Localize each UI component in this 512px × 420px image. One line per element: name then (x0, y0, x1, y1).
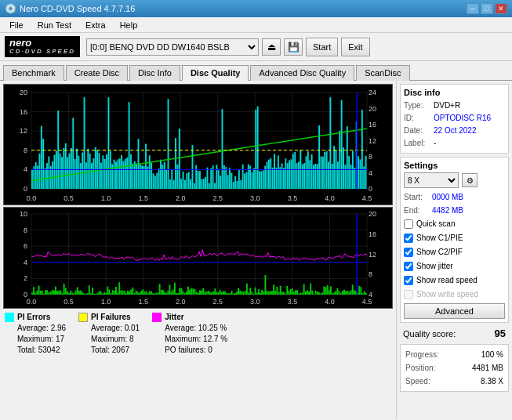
tab-advanced-disc-quality[interactable]: Advanced Disc Quality (250, 65, 354, 81)
maximize-button[interactable]: □ (481, 3, 493, 14)
show-c2pif-label: Show C2/PIF (416, 245, 463, 259)
quick-scan-row: Quick scan (404, 217, 505, 231)
quality-score-row: Quality score: 95 (400, 326, 509, 341)
tab-disc-info[interactable]: Disc Info (129, 65, 180, 81)
top-chart (3, 84, 393, 205)
eject-icon[interactable]: ⏏ (262, 38, 281, 56)
show-jitter-checkbox[interactable] (404, 262, 413, 271)
settings-section: Settings 8 X ⚙ Start: 0000 MB End: 4482 … (400, 157, 509, 323)
show-c1pie-row: Show C1/PIE (404, 231, 505, 245)
pi-failures-total-label: Total: (91, 346, 110, 354)
show-c1pie-checkbox[interactable] (404, 234, 413, 243)
pi-errors-total-label: Total: (17, 346, 36, 354)
disc-date-label: Date: (404, 125, 434, 137)
legend-pi-errors: PI Errors Average: 2.96 Maximum: 17 Tota… (5, 312, 66, 356)
pi-failures-avg-label: Average: (91, 324, 122, 332)
menu-file[interactable]: File (3, 19, 30, 31)
side-panel: Disc info Type: DVD+R ID: OPTODISC R16 D… (396, 81, 512, 419)
title-bar: 💿 Nero CD-DVD Speed 4.7.7.16 ─ □ ✕ (0, 0, 512, 17)
menu-run-test[interactable]: Run Test (31, 19, 78, 31)
save-icon[interactable]: 💾 (284, 38, 303, 56)
show-write-speed-checkbox[interactable] (404, 290, 413, 299)
disc-info-title: Disc info (404, 88, 505, 97)
minimize-button[interactable]: ─ (467, 3, 479, 14)
disc-label-row: Label: - (404, 137, 505, 150)
app-icon: 💿 (5, 3, 16, 14)
chart-legend: PI Errors Average: 2.96 Maximum: 17 Tota… (3, 309, 393, 359)
show-read-speed-row: Show read speed (404, 273, 505, 288)
menu-extra[interactable]: Extra (79, 19, 112, 31)
pi-errors-stats: PI Errors Average: 2.96 Maximum: 17 Tota… (17, 312, 66, 356)
bottom-chart (3, 207, 393, 309)
quality-score-value: 95 (495, 328, 506, 339)
disc-label-value: - (434, 137, 436, 150)
start-button[interactable]: Start (306, 38, 338, 56)
jitter-avg-val: 10.25 % (198, 324, 227, 332)
window-title: Nero CD-DVD Speed 4.7.7.16 (20, 4, 135, 13)
disc-type-value: DVD+R (434, 100, 460, 112)
disc-type-row: Type: DVD+R (404, 100, 505, 112)
speed-select[interactable]: 8 X (404, 172, 459, 188)
drive-select[interactable]: [0:0] BENQ DVD DD DW1640 BSLB (86, 38, 259, 56)
jitter-avg-label: Average: (165, 324, 196, 332)
position-row: Position: 4481 MB (404, 361, 505, 375)
end-mb-value: 4482 MB (432, 204, 463, 217)
show-c2pif-row: Show C2/PIF (404, 245, 505, 259)
show-read-speed-label: Show read speed (416, 273, 478, 288)
progress-label: Progress: (405, 348, 439, 361)
main-content: PI Errors Average: 2.96 Maximum: 17 Tota… (0, 81, 512, 419)
tab-bar: Benchmark Create Disc Disc Info Disc Qua… (0, 61, 512, 81)
tab-disc-quality[interactable]: Disc Quality (182, 65, 249, 81)
advanced-button[interactable]: Advanced (404, 303, 505, 319)
pi-failures-max-label: Maximum: (91, 335, 127, 343)
show-jitter-label: Show jitter (416, 259, 453, 273)
legend-jitter: Jitter Average: 10.25 % Maximum: 12.7 % … (152, 312, 227, 356)
jitter-po-val: 0 (208, 346, 212, 354)
menu-help[interactable]: Help (114, 19, 144, 31)
start-mb-value: 0000 MB (432, 190, 463, 204)
jitter-po-label: PO failures: (165, 346, 205, 354)
title-bar-controls[interactable]: ─ □ ✕ (467, 3, 507, 14)
pi-errors-max-label: Maximum: (17, 335, 53, 343)
quick-scan-checkbox[interactable] (404, 219, 413, 229)
pi-errors-max-val: 17 (56, 335, 64, 343)
start-mb-row: Start: 0000 MB (404, 190, 505, 204)
jitter-max-label: Maximum: (165, 335, 201, 343)
pi-failures-color-box (78, 313, 88, 322)
jitter-stats: Jitter Average: 10.25 % Maximum: 12.7 % … (165, 312, 227, 356)
settings-icon[interactable]: ⚙ (462, 173, 478, 187)
pi-failures-stats: PI Failures Average: 0.01 Maximum: 8 Tot… (91, 312, 140, 356)
progress-section: Progress: 100 % Position: 4481 MB Speed:… (400, 344, 509, 392)
disc-info-section: Disc info Type: DVD+R ID: OPTODISC R16 D… (400, 84, 509, 154)
exit-button[interactable]: Exit (341, 38, 369, 56)
tab-scan-disc[interactable]: ScanDisc (356, 65, 409, 81)
pi-failures-avg-val: 0.01 (125, 324, 140, 332)
menu-bar: File Run Test Extra Help (0, 17, 512, 33)
close-button[interactable]: ✕ (495, 3, 507, 14)
disc-label-label: Label: (404, 137, 434, 150)
position-value: 4481 MB (472, 361, 503, 375)
show-c2pif-checkbox[interactable] (404, 248, 413, 257)
show-c1pie-label: Show C1/PIE (416, 231, 463, 245)
tab-benchmark[interactable]: Benchmark (3, 65, 64, 81)
legend-pi-failures: PI Failures Average: 0.01 Maximum: 8 Tot… (78, 312, 140, 356)
disc-id-label: ID: (404, 112, 434, 125)
quick-scan-label: Quick scan (416, 217, 455, 231)
jitter-max-val: 12.7 % (203, 335, 227, 343)
toolbar: neroCD·DVD SPEED [0:0] BENQ DVD DD DW164… (0, 33, 512, 61)
pi-failures-max-val: 8 (129, 335, 134, 343)
pi-errors-avg-label: Average: (17, 324, 49, 332)
end-mb-label: End: (404, 204, 432, 217)
show-read-speed-checkbox[interactable] (404, 276, 413, 285)
speed-value: 8.38 X (481, 375, 503, 388)
quality-score-label: Quality score: (403, 329, 456, 339)
pi-errors-color-box (5, 313, 14, 322)
settings-title: Settings (404, 161, 505, 170)
nero-logo: neroCD·DVD SPEED (5, 36, 80, 57)
show-write-speed-label: Show write speed (416, 288, 478, 302)
tab-create-disc[interactable]: Create Disc (66, 65, 128, 81)
speed-label: Speed: (405, 375, 430, 388)
pi-failures-total-val: 2067 (112, 346, 129, 354)
position-label: Position: (405, 361, 435, 375)
chart-area: PI Errors Average: 2.96 Maximum: 17 Tota… (0, 81, 396, 419)
